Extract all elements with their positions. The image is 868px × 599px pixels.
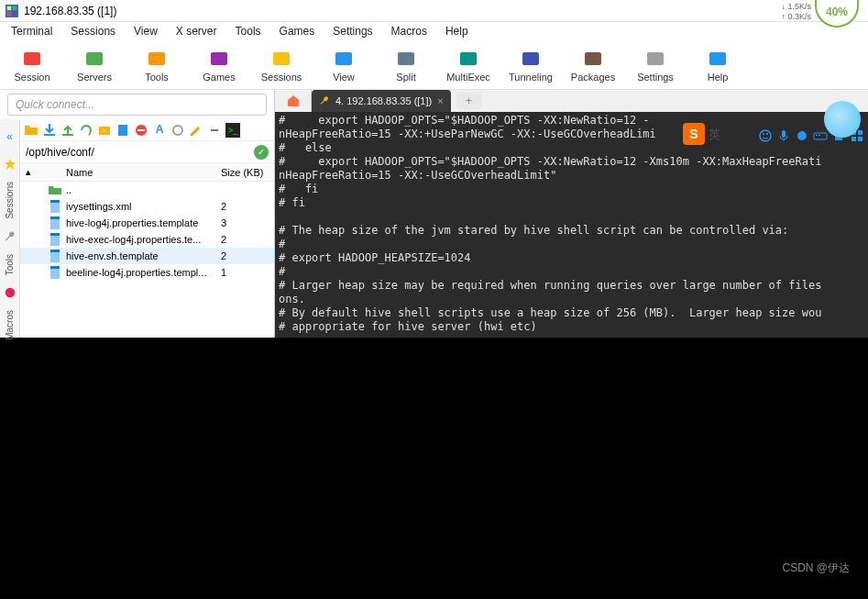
file-row[interactable]: hive-log4j.properties.template3 bbox=[20, 215, 274, 231]
svg-rect-28 bbox=[50, 200, 60, 203]
folder-icon[interactable] bbox=[24, 123, 38, 138]
svg-rect-11 bbox=[398, 52, 414, 65]
globe-icon[interactable] bbox=[824, 101, 861, 138]
menu-terminal[interactable]: Terminal bbox=[11, 25, 52, 38]
menu-settings[interactable]: Settings bbox=[333, 25, 372, 38]
side-tab-macros[interactable]: Macros bbox=[5, 310, 15, 340]
file-row[interactable]: hive-env.sh.template2 bbox=[20, 248, 274, 264]
tool-settings[interactable]: Settings bbox=[632, 48, 678, 83]
wrench-icon[interactable] bbox=[4, 230, 16, 243]
svg-rect-14 bbox=[585, 52, 601, 65]
file-row[interactable]: hive-exec-log4j.properties.te...2 bbox=[20, 231, 274, 248]
quick-connect-input[interactable]: Quick connect... bbox=[7, 94, 267, 116]
menu-view[interactable]: View bbox=[134, 25, 158, 38]
svg-point-37 bbox=[760, 130, 771, 141]
star-icon[interactable] bbox=[4, 158, 16, 171]
tool-help[interactable]: Help bbox=[695, 48, 741, 83]
svg-text:>_: >_ bbox=[228, 126, 238, 135]
svg-rect-42 bbox=[814, 133, 827, 139]
edit-icon[interactable] bbox=[189, 123, 203, 138]
menu-tools[interactable]: Tools bbox=[236, 25, 261, 38]
mic-icon[interactable] bbox=[776, 128, 791, 143]
svg-text:+: + bbox=[103, 127, 107, 135]
new-folder-icon[interactable]: + bbox=[97, 123, 112, 138]
hidden-icon[interactable] bbox=[170, 123, 185, 138]
terminal-output[interactable]: # export HADOOP_OPTS="$HADOOP_OPTS -XX:N… bbox=[275, 112, 868, 338]
path-input[interactable] bbox=[26, 146, 254, 159]
svg-marker-17 bbox=[4, 159, 15, 170]
tab-active[interactable]: 4. 192.168.83.35 ([1]) × bbox=[312, 90, 451, 112]
tab-add-button[interactable]: + bbox=[456, 93, 482, 109]
svg-point-38 bbox=[763, 133, 764, 135]
link-icon[interactable] bbox=[207, 123, 222, 138]
text-icon[interactable]: A bbox=[152, 123, 167, 138]
title-bar: 192.168.83.35 ([1]) bbox=[0, 0, 868, 22]
servers-icon bbox=[83, 48, 105, 70]
macros-icon[interactable] bbox=[4, 286, 16, 299]
svg-rect-16 bbox=[709, 52, 726, 65]
smile-icon[interactable] bbox=[758, 128, 773, 143]
svg-rect-32 bbox=[50, 233, 60, 236]
side-tabs: « Sessions Tools Macros bbox=[0, 119, 20, 338]
record-icon[interactable] bbox=[795, 128, 809, 143]
file-row[interactable]: ivysettings.xml2 bbox=[20, 198, 274, 215]
svg-rect-9 bbox=[273, 52, 290, 65]
tool-split[interactable]: Split bbox=[383, 48, 429, 83]
tab-home[interactable] bbox=[275, 90, 312, 112]
app-logo-icon bbox=[5, 5, 18, 17]
file-row[interactable]: beeline-log4j.properties.templ...1 bbox=[20, 264, 274, 281]
terminal-icon[interactable]: >_ bbox=[225, 123, 240, 138]
upload-icon[interactable] bbox=[60, 123, 75, 138]
ime-badge[interactable]: S bbox=[683, 123, 705, 145]
svg-rect-12 bbox=[460, 52, 477, 65]
svg-rect-23 bbox=[137, 129, 145, 131]
tab-close-icon[interactable]: × bbox=[437, 95, 443, 106]
terminal-tab-bar: 4. 192.168.83.35 ([1]) × + bbox=[275, 90, 868, 112]
svg-rect-8 bbox=[211, 52, 227, 65]
delete-icon[interactable] bbox=[134, 123, 148, 138]
path-bar: ✓ bbox=[20, 141, 274, 163]
side-tab-sessions[interactable]: Sessions bbox=[5, 182, 15, 219]
download-icon[interactable] bbox=[42, 123, 57, 138]
svg-rect-44 bbox=[819, 135, 820, 136]
tool-packages[interactable]: Packages bbox=[570, 48, 616, 83]
menu-games[interactable]: Games bbox=[280, 25, 315, 38]
new-file-icon[interactable] bbox=[115, 123, 130, 138]
path-ok-icon: ✓ bbox=[254, 145, 269, 160]
svg-rect-21 bbox=[118, 125, 127, 136]
session-icon bbox=[21, 48, 43, 70]
ime-lang[interactable]: 英 bbox=[709, 127, 720, 143]
side-tab-tools[interactable]: Tools bbox=[5, 254, 15, 275]
collapse-left-icon[interactable]: « bbox=[4, 130, 16, 143]
svg-rect-46 bbox=[858, 130, 863, 135]
menu-macros[interactable]: Macros bbox=[391, 25, 427, 38]
menu-help[interactable]: Help bbox=[445, 25, 468, 38]
svg-rect-1 bbox=[7, 6, 11, 9]
tool-tools[interactable]: Tools bbox=[134, 48, 180, 83]
network-speed: ↓ 1.5K/s ↑ 0.3K/s bbox=[781, 2, 811, 22]
svg-rect-34 bbox=[50, 250, 60, 252]
col-name[interactable]: Name bbox=[38, 167, 221, 178]
svg-rect-4 bbox=[13, 11, 16, 15]
tool-tunneling[interactable]: Tunneling bbox=[508, 48, 554, 83]
tool-multiexec[interactable]: MultiExec bbox=[445, 48, 491, 83]
tool-sessions[interactable]: Sessions bbox=[258, 48, 304, 83]
games-icon bbox=[208, 48, 230, 70]
keyboard-icon[interactable] bbox=[813, 128, 828, 143]
tunneling-icon bbox=[520, 48, 542, 70]
svg-rect-43 bbox=[816, 135, 818, 136]
refresh-icon[interactable] bbox=[79, 123, 93, 138]
svg-rect-10 bbox=[335, 52, 352, 65]
file-row[interactable]: .. bbox=[20, 182, 274, 198]
tool-view[interactable]: View bbox=[321, 48, 367, 83]
tool-session[interactable]: Session bbox=[9, 48, 55, 83]
main-toolbar: SessionServersToolsGamesSessionsViewSpli… bbox=[0, 40, 868, 90]
col-size[interactable]: Size (KB) bbox=[221, 167, 269, 178]
right-pane: 4. 192.168.83.35 ([1]) × + # export HADO… bbox=[275, 90, 868, 338]
tool-games[interactable]: Games bbox=[196, 48, 242, 83]
tool-servers[interactable]: Servers bbox=[71, 48, 117, 83]
menu-sessions[interactable]: Sessions bbox=[71, 25, 115, 38]
svg-rect-47 bbox=[852, 137, 856, 141]
tools-icon bbox=[146, 48, 168, 70]
menu-xserver[interactable]: X server bbox=[176, 25, 217, 38]
